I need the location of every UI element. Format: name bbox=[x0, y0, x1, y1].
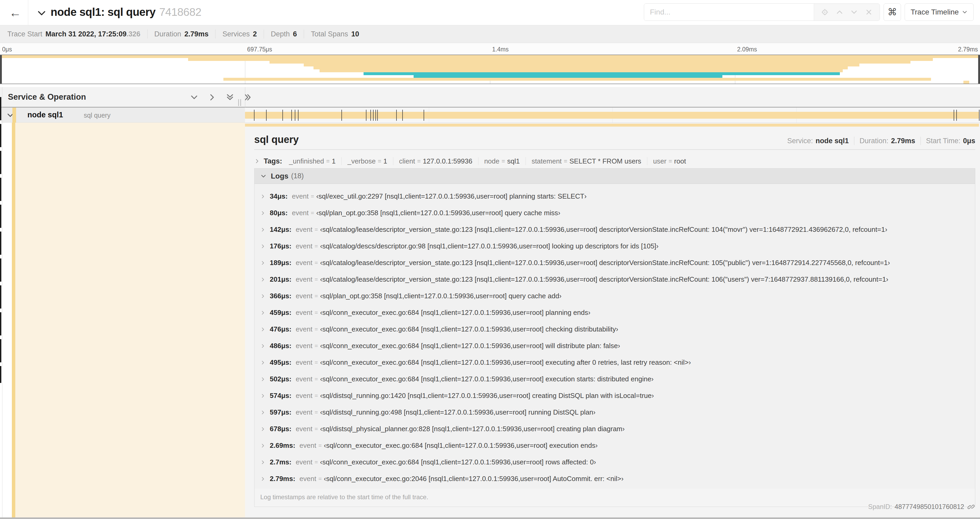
log-entry[interactable]: 597μs: event = ‹sql/distsql_running.go:4… bbox=[255, 404, 975, 421]
log-entry[interactable]: 459μs: event = ‹sql/conn_executor_exec.g… bbox=[255, 304, 975, 321]
log-entry[interactable]: 476μs: event = ‹sql/conn_executor_exec.g… bbox=[255, 321, 975, 338]
log-field-key: event bbox=[296, 275, 312, 284]
tag-key: user bbox=[653, 157, 667, 165]
logs-header[interactable]: Logs (18) bbox=[255, 169, 975, 184]
chevron-right-icon bbox=[260, 476, 266, 482]
service-name: node sql1 bbox=[27, 110, 63, 119]
log-entry[interactable]: 2.79ms: event = ‹sql/conn_executor_exec.… bbox=[255, 471, 975, 487]
span-bar-cell[interactable] bbox=[245, 108, 980, 123]
log-entry[interactable]: 80μs: event = ‹sql/plan_opt.go:358 [nsql… bbox=[255, 204, 975, 221]
view-select-button[interactable]: Trace Timeline bbox=[905, 3, 974, 21]
equals-sign: = bbox=[378, 158, 381, 165]
log-marker bbox=[956, 110, 957, 121]
log-entry[interactable]: 142μs: event = ‹sql/catalog/lease/descri… bbox=[255, 221, 975, 238]
logs-label: Logs bbox=[271, 172, 288, 180]
trace-timeline-page: ← node sql1: sql query7418682 ⌘ Trace Ti… bbox=[0, 0, 980, 519]
locate-match-icon[interactable] bbox=[821, 8, 829, 16]
detail-meta-item: Service: node sql1 bbox=[787, 137, 860, 145]
minimap-span bbox=[269, 61, 910, 64]
back-button[interactable]: ← bbox=[7, 5, 23, 21]
log-timestamp: 201μs: bbox=[270, 275, 291, 284]
log-field-value: ‹sql/catalog/lease/descriptor_version_st… bbox=[320, 275, 888, 284]
log-entry[interactable]: 34μs: event = ‹sql/exec_util.go:2297 [ns… bbox=[255, 188, 975, 204]
span-row: node sql1 sql query bbox=[0, 108, 980, 123]
axis-tick-label: 697.75μs bbox=[247, 46, 272, 53]
log-entry[interactable]: 201μs: event = ‹sql/catalog/lease/descri… bbox=[255, 271, 975, 288]
log-entry[interactable]: 2.7ms: event = ‹sql/conn_executor_exec.g… bbox=[255, 454, 975, 471]
copy-link-icon[interactable] bbox=[967, 503, 975, 511]
log-entry[interactable]: 574μs: event = ‹sql/distsql_running.go:1… bbox=[255, 387, 975, 404]
viewport-handle-left[interactable] bbox=[0, 55, 2, 84]
expand-one-icon[interactable] bbox=[208, 93, 216, 102]
log-entry[interactable]: 486μs: event = ‹sql/conn_executor_exec.g… bbox=[255, 338, 975, 354]
left-scrollbar[interactable] bbox=[0, 97, 1, 383]
log-field-value: ‹sql/distsql_running.go:498 [nsql1,clien… bbox=[320, 408, 595, 417]
log-entry[interactable]: 366μs: event = ‹sql/plan_opt.go:358 [nsq… bbox=[255, 288, 975, 304]
tag-value: sql1 bbox=[507, 157, 520, 165]
log-timestamp: 2.69ms: bbox=[270, 441, 295, 450]
minimap-span bbox=[963, 81, 969, 84]
log-entry[interactable]: 176μs: event = ‹sql/catalog/descs/descri… bbox=[255, 238, 975, 254]
column-resizer[interactable] bbox=[238, 99, 241, 106]
collapse-all-icon[interactable] bbox=[226, 93, 234, 102]
log-marker bbox=[396, 110, 397, 121]
chevron-right-icon bbox=[260, 211, 266, 216]
trace-minimap[interactable] bbox=[0, 54, 980, 84]
log-field-key: event bbox=[296, 425, 312, 433]
span-id-row: SpanID: 4877749850101760812 bbox=[868, 503, 975, 511]
span-id-value: 4877749850101760812 bbox=[895, 503, 964, 511]
span-bar[interactable] bbox=[245, 112, 979, 119]
tag-value: 1 bbox=[332, 157, 336, 165]
header-divider bbox=[28, 0, 28, 25]
keyboard-shortcuts-button[interactable]: ⌘ bbox=[884, 3, 901, 21]
summary-value: 6 bbox=[293, 30, 297, 38]
summary-value-fraction: .326 bbox=[126, 30, 140, 38]
collapse-one-icon[interactable] bbox=[190, 93, 199, 102]
logs-list: 34μs: event = ‹sql/exec_util.go:2297 [ns… bbox=[255, 184, 975, 489]
summary-value: 2 bbox=[253, 30, 257, 38]
minimap-span bbox=[320, 69, 843, 72]
tag-item: user = root bbox=[653, 157, 686, 165]
log-entry[interactable]: 678μs: event = ‹sql/distsql_physical_pla… bbox=[255, 421, 975, 437]
log-field-key: event bbox=[296, 391, 312, 400]
view-select-label: Trace Timeline bbox=[911, 8, 959, 16]
log-timestamp: 176μs: bbox=[270, 242, 291, 250]
log-field-value: ‹sql/distsql_physical_planner.go:828 [ns… bbox=[320, 425, 625, 433]
collapse-trace-chevron-icon[interactable] bbox=[37, 8, 47, 18]
log-timestamp: 142μs: bbox=[270, 225, 291, 234]
log-entry[interactable]: 189μs: event = ‹sql/catalog/lease/descri… bbox=[255, 254, 975, 271]
log-marker bbox=[366, 110, 366, 121]
span-detail-panel: sql query Service: node sql1 Duration: 2… bbox=[245, 123, 980, 517]
log-field-value: ‹sql/distsql_running.go:1420 [nsql1,clie… bbox=[320, 391, 654, 400]
tag-key: node bbox=[484, 157, 500, 165]
log-field-value: ‹sql/exec_util.go:2297 [nsql1,client=127… bbox=[316, 192, 586, 200]
equals-sign: = bbox=[315, 260, 318, 267]
chevron-down-icon bbox=[260, 173, 267, 179]
tag-key: client bbox=[399, 157, 415, 165]
clear-find-icon[interactable] bbox=[865, 8, 873, 16]
trace-summary-bar: Trace Start March 31 2022, 17:25:09 .326… bbox=[0, 25, 980, 43]
span-name-cell[interactable]: node sql1 sql query bbox=[0, 108, 245, 123]
log-entry[interactable]: 502μs: event = ‹sql/conn_executor_exec.g… bbox=[255, 371, 975, 387]
find-input[interactable] bbox=[644, 4, 814, 21]
axis-tick-label: 0μs bbox=[2, 46, 12, 53]
log-entry[interactable]: 495μs: event = ‹sql/conn_executor_exec.g… bbox=[255, 354, 975, 371]
minimap-span bbox=[414, 75, 722, 78]
summary-label: Duration bbox=[154, 30, 181, 38]
log-field-key: event bbox=[296, 225, 312, 234]
meta-divider bbox=[854, 137, 854, 145]
log-entry[interactable]: 2.69ms: event = ‹sql/conn_executor_exec.… bbox=[255, 437, 975, 454]
meta-label: Service: bbox=[787, 137, 813, 145]
tag-key: statement bbox=[531, 157, 562, 165]
prev-match-icon[interactable] bbox=[836, 8, 843, 16]
meta-value: node sql1 bbox=[816, 137, 849, 145]
log-marker bbox=[954, 110, 954, 121]
tag-item: statement = SELECT * FROM users bbox=[531, 157, 653, 165]
viewport-handle-right[interactable] bbox=[978, 55, 980, 84]
log-marker bbox=[341, 110, 342, 121]
log-marker bbox=[295, 110, 295, 121]
next-match-icon[interactable] bbox=[850, 8, 858, 16]
tags-row[interactable]: Tags: _unfinished = 1 _verbose = 1 clien… bbox=[254, 155, 686, 168]
chevron-right-icon bbox=[260, 327, 266, 332]
minimap-axis: 0μs697.75μs1.4ms2.09ms2.79ms bbox=[0, 43, 980, 54]
